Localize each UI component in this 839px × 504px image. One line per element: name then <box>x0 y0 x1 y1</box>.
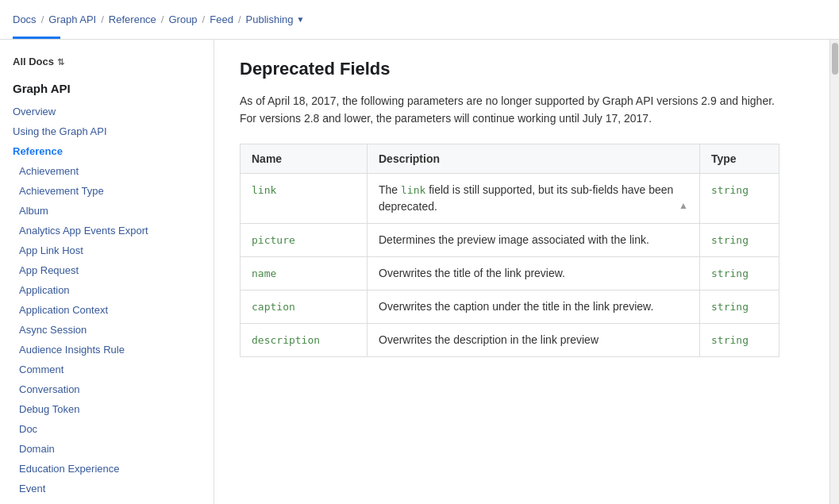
active-tab-indicator <box>13 37 60 39</box>
field-type-code-link: string <box>711 184 749 196</box>
dropdown-arrow-icon: ▼ <box>297 15 305 24</box>
field-name-description: description <box>241 323 368 356</box>
field-name-code-link: link <box>252 184 276 196</box>
sidebar-item-achievement[interactable]: Achievement <box>0 161 214 181</box>
sidebar-item-reference[interactable]: Reference <box>0 141 214 161</box>
breadcrumb-reference[interactable]: Reference <box>109 13 156 25</box>
sidebar-item-domain[interactable]: Domain <box>0 439 214 459</box>
col-header-type: Type <box>700 144 779 173</box>
col-header-name: Name <box>241 144 368 173</box>
sidebar-item-friend-list[interactable]: Friend List <box>0 498 214 504</box>
sidebar-item-debug-token[interactable]: Debug Token <box>0 399 214 419</box>
sidebar-item-async-session[interactable]: Async Session <box>0 320 214 340</box>
field-name-code-description: description <box>252 334 320 346</box>
table-row: description Overwrites the description i… <box>241 323 779 356</box>
scrollbar-right[interactable] <box>829 40 839 504</box>
field-desc-link: The link field is still supported, but i… <box>368 173 700 223</box>
sidebar-item-album[interactable]: Album <box>0 201 214 221</box>
collapse-icon[interactable]: ▲ <box>679 198 688 213</box>
sidebar-item-analytics-app-events[interactable]: Analytics App Events Export <box>0 221 214 240</box>
sidebar: All Docs ⇅ Graph API Overview Using the … <box>0 40 214 504</box>
sidebar-item-achievement-type[interactable]: Achievement Type <box>0 181 214 201</box>
deprecated-fields-table: Name Description Type link The link fiel… <box>240 144 779 357</box>
field-type-code-description: string <box>711 334 749 346</box>
intro-line-1: As of April 18, 2017, the following para… <box>240 94 775 107</box>
field-type-description: string <box>700 323 779 356</box>
field-type-code-picture: string <box>711 234 749 246</box>
field-type-caption: string <box>700 290 779 323</box>
field-type-picture: string <box>700 223 779 256</box>
field-name-picture: picture <box>241 223 368 256</box>
field-desc-name: Overwrites the title of the link preview… <box>368 256 700 290</box>
field-type-code-name: string <box>711 267 749 279</box>
breadcrumb-docs[interactable]: Docs <box>13 13 37 25</box>
field-name-name: name <box>241 256 368 290</box>
sidebar-item-education-experience[interactable]: Education Experience <box>0 459 214 479</box>
sep-5: / <box>238 13 241 25</box>
sidebar-item-using-graph-api[interactable]: Using the Graph API <box>0 121 214 141</box>
breadcrumb-bar: Docs / Graph API / Reference / Group / F… <box>0 0 839 40</box>
scroll-thumb[interactable] <box>832 43 838 75</box>
sidebar-item-app-request[interactable]: App Request <box>0 260 214 280</box>
intro-text-1: As of April 18, 2017, the following para… <box>240 92 779 128</box>
breadcrumb-publishing-dropdown[interactable]: Publishing ▼ <box>246 13 305 25</box>
sidebar-item-overview[interactable]: Overview <box>0 102 214 121</box>
field-name-code-picture: picture <box>252 234 295 246</box>
sidebar-header: All Docs ⇅ <box>0 49 214 77</box>
table-row: picture Determines the preview image ass… <box>241 223 779 256</box>
sidebar-item-app-link-host[interactable]: App Link Host <box>0 240 214 260</box>
table-row: link The link field is still supported, … <box>241 173 779 223</box>
table-row: name Overwrites the title of the link pr… <box>241 256 779 290</box>
field-desc-description: Overwrites the description in the link p… <box>368 323 700 356</box>
main-layout: All Docs ⇅ Graph API Overview Using the … <box>0 40 839 504</box>
breadcrumb-feed[interactable]: Feed <box>210 13 233 25</box>
all-docs-button[interactable]: All Docs ⇅ <box>13 56 64 67</box>
field-name-caption: caption <box>241 290 368 323</box>
field-name-code-name: name <box>252 267 276 279</box>
sidebar-item-audience-insights-rule[interactable]: Audience Insights Rule <box>0 340 214 360</box>
table-row: caption Overwrites the caption under the… <box>241 290 779 323</box>
all-docs-sort-icon: ⇅ <box>57 57 64 67</box>
sidebar-item-event[interactable]: Event <box>0 479 214 498</box>
col-header-description: Description <box>368 144 700 173</box>
field-name-code-caption: caption <box>252 301 295 313</box>
field-ref-link: link <box>401 184 425 196</box>
breadcrumb-group[interactable]: Group <box>168 13 197 25</box>
sidebar-item-doc[interactable]: Doc <box>0 419 214 439</box>
field-desc-caption: Overwrites the caption under the title i… <box>368 290 700 323</box>
content-area: Deprecated Fields As of April 18, 2017, … <box>214 40 829 504</box>
sidebar-section-title: Graph API <box>0 77 214 102</box>
sidebar-item-application-context[interactable]: Application Context <box>0 300 214 320</box>
page-title: Deprecated Fields <box>240 59 804 79</box>
all-docs-label: All Docs <box>13 56 54 67</box>
sidebar-item-application[interactable]: Application <box>0 280 214 300</box>
sidebar-item-comment[interactable]: Comment <box>0 360 214 379</box>
sep-3: / <box>161 13 164 25</box>
sep-4: / <box>202 13 206 25</box>
field-type-link: string <box>700 173 779 223</box>
breadcrumb-inner: Docs / Graph API / Reference / Group / F… <box>13 0 304 39</box>
sep-1: / <box>41 13 44 25</box>
breadcrumb-graphapi[interactable]: Graph API <box>48 13 96 25</box>
field-type-code-caption: string <box>711 301 749 313</box>
sep-2: / <box>101 13 104 25</box>
breadcrumb-publishing-label: Publishing <box>246 13 294 25</box>
sidebar-item-conversation[interactable]: Conversation <box>0 379 214 399</box>
intro-line-2: For versions 2.8 and lower, the paramete… <box>240 112 652 125</box>
field-name-link: link <box>241 173 368 223</box>
field-type-name: string <box>700 256 779 290</box>
field-desc-picture: Determines the preview image associated … <box>368 223 700 256</box>
